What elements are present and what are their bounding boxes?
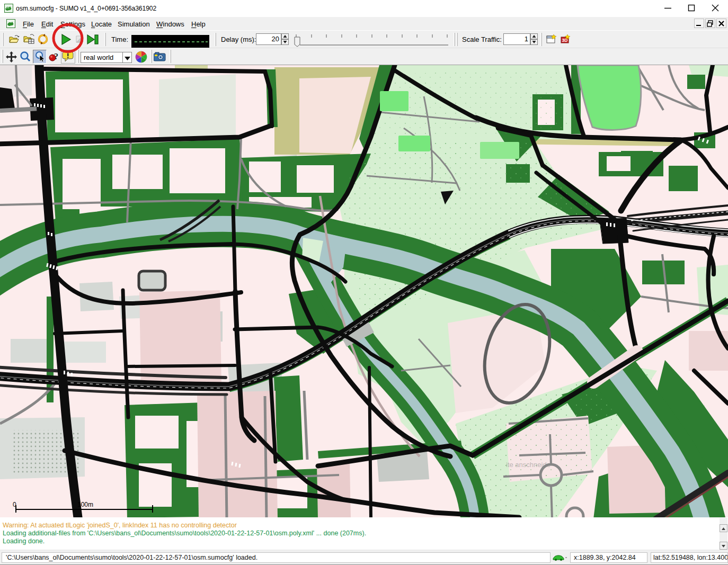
svg-text:ite anschneide: ite anschneide bbox=[506, 461, 551, 469]
svg-text:0: 0 bbox=[13, 501, 16, 508]
svg-text:100m: 100m bbox=[77, 501, 93, 508]
